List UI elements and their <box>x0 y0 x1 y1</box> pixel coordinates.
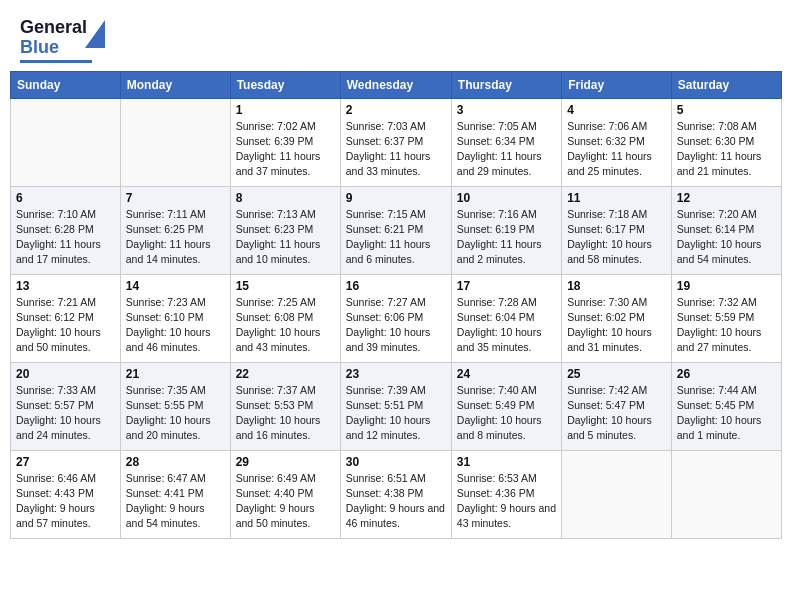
calendar-cell: 13Sunrise: 7:21 AMSunset: 6:12 PMDayligh… <box>11 274 121 362</box>
day-info: Sunrise: 7:30 AMSunset: 6:02 PMDaylight:… <box>567 295 666 356</box>
day-number: 5 <box>677 103 776 117</box>
calendar-cell: 11Sunrise: 7:18 AMSunset: 6:17 PMDayligh… <box>562 186 672 274</box>
col-header-saturday: Saturday <box>671 71 781 98</box>
day-number: 13 <box>16 279 115 293</box>
day-info: Sunrise: 7:03 AMSunset: 6:37 PMDaylight:… <box>346 119 446 180</box>
day-info: Sunrise: 7:06 AMSunset: 6:32 PMDaylight:… <box>567 119 666 180</box>
calendar-cell: 24Sunrise: 7:40 AMSunset: 5:49 PMDayligh… <box>451 362 561 450</box>
day-info: Sunrise: 7:25 AMSunset: 6:08 PMDaylight:… <box>236 295 335 356</box>
day-info: Sunrise: 6:51 AMSunset: 4:38 PMDaylight:… <box>346 471 446 532</box>
day-info: Sunrise: 6:46 AMSunset: 4:43 PMDaylight:… <box>16 471 115 532</box>
calendar-cell: 12Sunrise: 7:20 AMSunset: 6:14 PMDayligh… <box>671 186 781 274</box>
week-row-1: 1Sunrise: 7:02 AMSunset: 6:39 PMDaylight… <box>11 98 782 186</box>
calendar-cell: 27Sunrise: 6:46 AMSunset: 4:43 PMDayligh… <box>11 450 121 538</box>
logo-underline <box>20 60 92 63</box>
day-info: Sunrise: 7:33 AMSunset: 5:57 PMDaylight:… <box>16 383 115 444</box>
calendar-table: SundayMondayTuesdayWednesdayThursdayFrid… <box>10 71 782 539</box>
calendar-cell: 29Sunrise: 6:49 AMSunset: 4:40 PMDayligh… <box>230 450 340 538</box>
day-number: 7 <box>126 191 225 205</box>
calendar-cell: 10Sunrise: 7:16 AMSunset: 6:19 PMDayligh… <box>451 186 561 274</box>
day-info: Sunrise: 6:49 AMSunset: 4:40 PMDaylight:… <box>236 471 335 532</box>
calendar-header-row: SundayMondayTuesdayWednesdayThursdayFrid… <box>11 71 782 98</box>
calendar-cell: 8Sunrise: 7:13 AMSunset: 6:23 PMDaylight… <box>230 186 340 274</box>
day-number: 10 <box>457 191 556 205</box>
day-info: Sunrise: 7:42 AMSunset: 5:47 PMDaylight:… <box>567 383 666 444</box>
day-number: 4 <box>567 103 666 117</box>
calendar-cell: 14Sunrise: 7:23 AMSunset: 6:10 PMDayligh… <box>120 274 230 362</box>
calendar-cell: 28Sunrise: 6:47 AMSunset: 4:41 PMDayligh… <box>120 450 230 538</box>
calendar-cell: 30Sunrise: 6:51 AMSunset: 4:38 PMDayligh… <box>340 450 451 538</box>
calendar-cell: 3Sunrise: 7:05 AMSunset: 6:34 PMDaylight… <box>451 98 561 186</box>
calendar-cell: 17Sunrise: 7:28 AMSunset: 6:04 PMDayligh… <box>451 274 561 362</box>
col-header-wednesday: Wednesday <box>340 71 451 98</box>
day-number: 27 <box>16 455 115 469</box>
day-info: Sunrise: 7:08 AMSunset: 6:30 PMDaylight:… <box>677 119 776 180</box>
week-row-3: 13Sunrise: 7:21 AMSunset: 6:12 PMDayligh… <box>11 274 782 362</box>
day-info: Sunrise: 7:15 AMSunset: 6:21 PMDaylight:… <box>346 207 446 268</box>
day-number: 24 <box>457 367 556 381</box>
calendar-cell: 31Sunrise: 6:53 AMSunset: 4:36 PMDayligh… <box>451 450 561 538</box>
calendar-cell <box>11 98 121 186</box>
day-number: 6 <box>16 191 115 205</box>
day-number: 26 <box>677 367 776 381</box>
calendar-cell <box>562 450 672 538</box>
col-header-sunday: Sunday <box>11 71 121 98</box>
day-info: Sunrise: 7:37 AMSunset: 5:53 PMDaylight:… <box>236 383 335 444</box>
day-number: 30 <box>346 455 446 469</box>
week-row-4: 20Sunrise: 7:33 AMSunset: 5:57 PMDayligh… <box>11 362 782 450</box>
calendar-cell: 22Sunrise: 7:37 AMSunset: 5:53 PMDayligh… <box>230 362 340 450</box>
day-number: 18 <box>567 279 666 293</box>
day-info: Sunrise: 7:16 AMSunset: 6:19 PMDaylight:… <box>457 207 556 268</box>
logo-text: GeneralBlue <box>20 17 87 57</box>
calendar-cell: 23Sunrise: 7:39 AMSunset: 5:51 PMDayligh… <box>340 362 451 450</box>
calendar-cell: 20Sunrise: 7:33 AMSunset: 5:57 PMDayligh… <box>11 362 121 450</box>
day-info: Sunrise: 7:27 AMSunset: 6:06 PMDaylight:… <box>346 295 446 356</box>
calendar-cell: 6Sunrise: 7:10 AMSunset: 6:28 PMDaylight… <box>11 186 121 274</box>
calendar-cell: 19Sunrise: 7:32 AMSunset: 5:59 PMDayligh… <box>671 274 781 362</box>
day-info: Sunrise: 7:39 AMSunset: 5:51 PMDaylight:… <box>346 383 446 444</box>
calendar-cell <box>120 98 230 186</box>
day-number: 23 <box>346 367 446 381</box>
week-row-5: 27Sunrise: 6:46 AMSunset: 4:43 PMDayligh… <box>11 450 782 538</box>
day-number: 25 <box>567 367 666 381</box>
day-info: Sunrise: 7:11 AMSunset: 6:25 PMDaylight:… <box>126 207 225 268</box>
calendar-cell: 16Sunrise: 7:27 AMSunset: 6:06 PMDayligh… <box>340 274 451 362</box>
day-info: Sunrise: 7:23 AMSunset: 6:10 PMDaylight:… <box>126 295 225 356</box>
col-header-friday: Friday <box>562 71 672 98</box>
day-number: 11 <box>567 191 666 205</box>
day-number: 21 <box>126 367 225 381</box>
day-number: 1 <box>236 103 335 117</box>
day-info: Sunrise: 7:10 AMSunset: 6:28 PMDaylight:… <box>16 207 115 268</box>
day-number: 3 <box>457 103 556 117</box>
day-info: Sunrise: 7:44 AMSunset: 5:45 PMDaylight:… <box>677 383 776 444</box>
calendar-cell: 4Sunrise: 7:06 AMSunset: 6:32 PMDaylight… <box>562 98 672 186</box>
calendar-cell: 26Sunrise: 7:44 AMSunset: 5:45 PMDayligh… <box>671 362 781 450</box>
day-number: 29 <box>236 455 335 469</box>
day-info: Sunrise: 7:35 AMSunset: 5:55 PMDaylight:… <box>126 383 225 444</box>
day-number: 17 <box>457 279 556 293</box>
col-header-monday: Monday <box>120 71 230 98</box>
calendar-cell: 2Sunrise: 7:03 AMSunset: 6:37 PMDaylight… <box>340 98 451 186</box>
day-info: Sunrise: 7:18 AMSunset: 6:17 PMDaylight:… <box>567 207 666 268</box>
calendar-cell: 1Sunrise: 7:02 AMSunset: 6:39 PMDaylight… <box>230 98 340 186</box>
svg-marker-0 <box>85 20 105 48</box>
day-number: 16 <box>346 279 446 293</box>
day-info: Sunrise: 7:32 AMSunset: 5:59 PMDaylight:… <box>677 295 776 356</box>
calendar-cell: 5Sunrise: 7:08 AMSunset: 6:30 PMDaylight… <box>671 98 781 186</box>
day-number: 12 <box>677 191 776 205</box>
week-row-2: 6Sunrise: 7:10 AMSunset: 6:28 PMDaylight… <box>11 186 782 274</box>
day-info: Sunrise: 7:20 AMSunset: 6:14 PMDaylight:… <box>677 207 776 268</box>
day-info: Sunrise: 7:21 AMSunset: 6:12 PMDaylight:… <box>16 295 115 356</box>
logo: GeneralBlue <box>20 18 92 63</box>
day-number: 20 <box>16 367 115 381</box>
calendar-cell: 21Sunrise: 7:35 AMSunset: 5:55 PMDayligh… <box>120 362 230 450</box>
logo-triangle-icon <box>85 20 105 48</box>
day-info: Sunrise: 7:28 AMSunset: 6:04 PMDaylight:… <box>457 295 556 356</box>
calendar-cell: 15Sunrise: 7:25 AMSunset: 6:08 PMDayligh… <box>230 274 340 362</box>
calendar-cell: 25Sunrise: 7:42 AMSunset: 5:47 PMDayligh… <box>562 362 672 450</box>
day-info: Sunrise: 7:02 AMSunset: 6:39 PMDaylight:… <box>236 119 335 180</box>
calendar-cell <box>671 450 781 538</box>
day-number: 22 <box>236 367 335 381</box>
day-number: 15 <box>236 279 335 293</box>
page-header: GeneralBlue <box>10 10 782 67</box>
